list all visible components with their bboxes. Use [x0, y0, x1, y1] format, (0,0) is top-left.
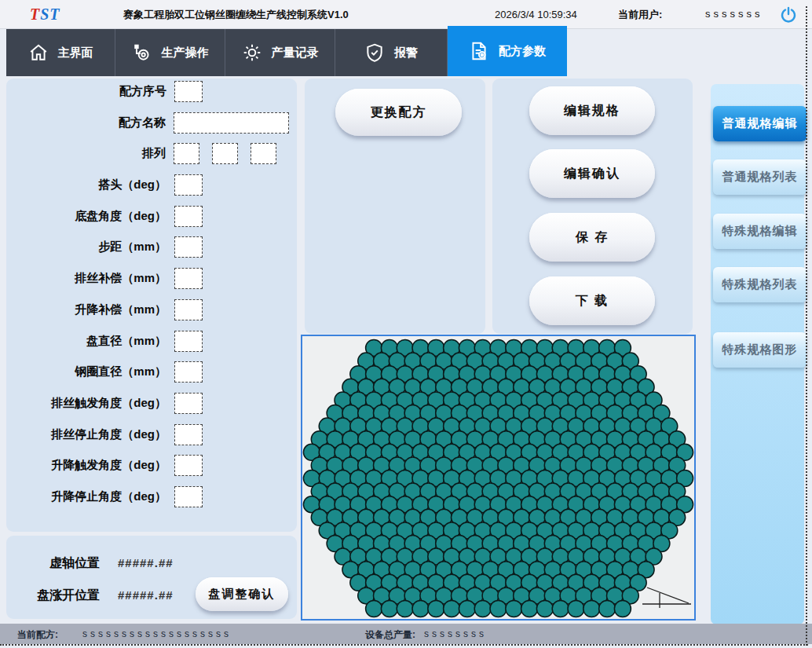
current-user-label: 当前用户:	[618, 8, 662, 22]
wire-circle	[381, 601, 397, 617]
disc-open-label: 盘涨开位置	[37, 588, 100, 604]
recipe-number-input[interactable]	[174, 81, 203, 102]
form-row-wire-comp: 排丝补偿（mm）	[14, 268, 289, 289]
tab-alarm[interactable]: 报警	[335, 29, 448, 76]
power-icon[interactable]	[780, 6, 797, 24]
disc-open-value: #####.##	[118, 588, 174, 602]
wire-circle	[599, 601, 616, 617]
form-row-lift-trigger-angle: 升降触发角度（deg）	[14, 455, 289, 476]
current-user-value: sssssss	[705, 8, 763, 20]
wire-circle	[444, 601, 460, 617]
tab-records[interactable]: 产量记录	[225, 29, 335, 76]
tab-recipe-params[interactable]: 配方参数	[448, 26, 567, 76]
home-icon	[28, 42, 49, 63]
tab-production[interactable]: 生产操作	[115, 29, 225, 76]
download-button[interactable]: 下 载	[529, 276, 655, 325]
status-bar: 当前配方: sssssssssssssssssss 设备总产量: sssssss…	[0, 624, 812, 644]
angle-indicator	[642, 588, 691, 608]
field-label: 配方序号	[14, 84, 166, 99]
wire-stop-angle-input[interactable]	[174, 424, 203, 445]
form-row-lift-stop-angle: 升降停止角度（deg）	[14, 486, 289, 507]
total-output-value: ssssssss	[424, 628, 487, 639]
ring-diameter-input[interactable]	[174, 361, 203, 383]
wire-trigger-angle-input[interactable]	[174, 393, 203, 414]
sidebar-item-special-spec-graphic[interactable]: 特殊规格图形	[713, 332, 807, 368]
field-label: 搭头（deg）	[14, 178, 166, 192]
wire-bundle-svg	[302, 336, 694, 619]
disc-adjust-confirm-button[interactable]: 盘调整确认	[196, 577, 288, 611]
wire-circle	[583, 601, 600, 617]
lift-compensation-input[interactable]	[174, 299, 203, 320]
shield-check-icon	[364, 42, 385, 63]
save-button[interactable]: 保 存	[529, 213, 655, 262]
field-label: 钢圈直径（mm）	[14, 364, 166, 379]
lift-stop-angle-input[interactable]	[174, 486, 203, 507]
tab-label: 报警	[394, 46, 418, 60]
wire-circle	[536, 601, 553, 617]
field-label: 盘直径（mm）	[14, 334, 166, 349]
wire-circle	[428, 601, 444, 617]
edit-spec-button[interactable]: 编辑规格	[529, 86, 655, 135]
form-row-chassis-angle: 底盘角度（deg）	[14, 206, 289, 227]
datetime: 2026/3/4 10:59:34	[495, 9, 577, 20]
form-row-wire-trigger-angle: 排丝触发角度（deg）	[14, 393, 289, 414]
lap-angle-input[interactable]	[174, 174, 203, 196]
dashed-border-bottom	[0, 644, 808, 646]
wire-circle	[521, 601, 538, 617]
sidebar-item-special-spec-edit[interactable]: 特殊规格编辑	[713, 214, 807, 249]
sidebar-item-normal-spec-list[interactable]: 普通规格列表	[713, 159, 807, 195]
field-label: 排丝触发角度（deg）	[14, 396, 166, 411]
form-row-recipe-name: 配方名称	[14, 112, 289, 134]
wire-circle	[366, 601, 382, 617]
wire-bundle-panel	[301, 335, 696, 621]
total-output-label: 设备总产量:	[365, 628, 415, 642]
disc-diameter-input[interactable]	[174, 331, 203, 352]
production-icon	[132, 42, 152, 63]
wire-circle	[412, 601, 429, 617]
edit-confirm-button[interactable]: 编辑确认	[529, 149, 655, 198]
virtual-axis-label: 虚轴位置	[49, 555, 100, 572]
field-label: 升降补偿（mm）	[14, 302, 166, 317]
wire-circle	[506, 601, 522, 617]
wire-compensation-input[interactable]	[174, 268, 203, 289]
field-label: 配方名称	[14, 115, 166, 130]
field-label: 升降停止角度（deg）	[14, 489, 166, 504]
field-label: 排丝补偿（mm）	[14, 271, 166, 286]
wire-circle	[459, 601, 475, 617]
wire-circle	[490, 601, 507, 617]
arrangement-input-2[interactable]	[212, 143, 238, 164]
title-bar: TST 赛象工程胎双工位钢丝圈缠绕生产线控制系统V1.0 2026/3/4 10…	[0, 0, 812, 29]
chassis-angle-input[interactable]	[174, 206, 203, 227]
tab-home[interactable]: 主界面	[6, 29, 115, 76]
arrangement-input-1[interactable]	[174, 143, 199, 164]
main-nav: 主界面 生产操作 产量记录 报警 配方参数	[6, 29, 567, 76]
wire-circle	[552, 601, 569, 617]
tab-label: 生产操作	[162, 46, 209, 60]
form-row-disc-diameter: 盘直径（mm）	[14, 331, 289, 352]
sidebar-item-normal-spec-edit[interactable]: 普通规格编辑	[713, 106, 807, 141]
field-label: 底盘角度（deg）	[14, 209, 166, 224]
sidebar-item-special-spec-list[interactable]: 特殊规格列表	[713, 267, 807, 302]
current-recipe-value: sssssssssssssssssss	[82, 628, 232, 639]
change-recipe-button[interactable]: 更换配方	[335, 89, 462, 136]
dashed-border-right	[806, 6, 807, 646]
lift-trigger-angle-input[interactable]	[174, 455, 203, 476]
recipe-document-icon	[469, 41, 489, 61]
logo-letters-st: ST	[40, 5, 60, 23]
field-label: 步距（mm）	[14, 240, 166, 254]
wire-circle	[397, 601, 413, 617]
field-label: 升降触发角度（deg）	[14, 458, 166, 473]
tst-logo: TST	[30, 5, 60, 24]
form-row-lap-angle: 搭头（deg）	[14, 174, 289, 196]
gear-icon	[242, 42, 262, 63]
logo-letter-t: T	[30, 5, 40, 23]
form-row-step: 步距（mm）	[14, 236, 289, 258]
form-row-lift-comp: 升降补偿（mm）	[14, 299, 289, 320]
recipe-name-input[interactable]	[174, 112, 289, 134]
arrangement-input-3[interactable]	[251, 143, 276, 164]
field-label: 排丝停止角度（deg）	[14, 427, 166, 442]
form-row-recipe-number: 配方序号	[14, 81, 289, 102]
wire-circle	[474, 601, 491, 617]
form-row-arrangement: 排列	[14, 143, 289, 164]
step-input[interactable]	[174, 236, 203, 258]
